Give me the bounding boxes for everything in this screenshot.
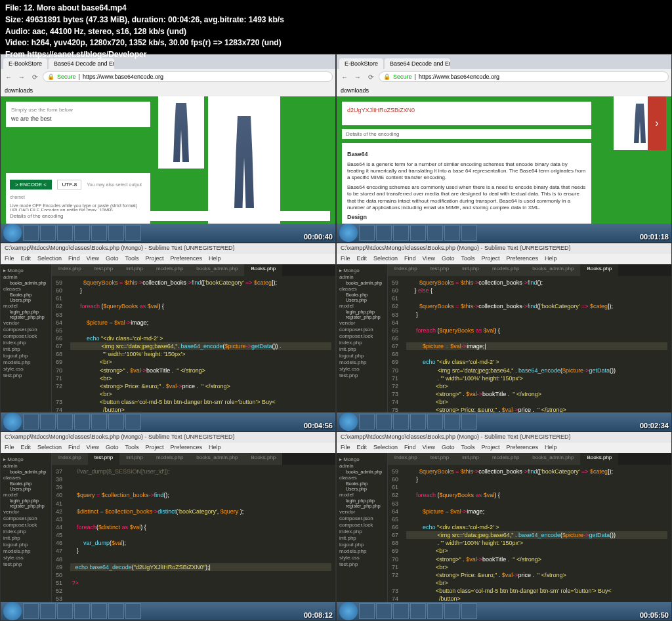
file-tree-item[interactable]: register_php.php: [339, 504, 385, 508]
file-tree-item[interactable]: Books.php: [3, 292, 49, 297]
file-tree-item[interactable]: composer.json: [339, 515, 385, 521]
menu-item[interactable]: View: [87, 444, 99, 452]
menu-item[interactable]: Project: [481, 444, 499, 452]
file-tree-item[interactable]: logout.php: [339, 353, 385, 359]
menu-item[interactable]: Project: [481, 255, 499, 263]
task-icon[interactable]: [108, 225, 124, 241]
menu-item[interactable]: Goto: [106, 444, 119, 452]
menu-item[interactable]: View: [87, 255, 99, 263]
file-tree-item[interactable]: init.php: [3, 346, 49, 352]
file-tree-item[interactable]: init.php: [339, 346, 385, 352]
editor-tab[interactable]: init.php: [119, 264, 150, 276]
task-icon[interactable]: [57, 225, 73, 241]
menu-item[interactable]: Find: [68, 444, 80, 452]
menu-item[interactable]: File: [5, 444, 14, 452]
menu-item[interactable]: Help: [209, 255, 221, 263]
menu-item[interactable]: Edit: [357, 255, 368, 263]
menu-item[interactable]: Preferences: [506, 444, 538, 452]
menu-item[interactable]: Tools: [125, 255, 138, 263]
menu-item[interactable]: Help: [209, 444, 221, 452]
menu-item[interactable]: Project: [145, 444, 163, 452]
editor-tab[interactable]: test.php: [424, 453, 455, 465]
url-input[interactable]: 🔒 Secure | https://www.base64encode.org: [43, 71, 333, 82]
charset-select[interactable]: UTF-8: [57, 180, 81, 190]
menu-item[interactable]: Goto: [442, 444, 455, 452]
file-tree-item[interactable]: classes: [3, 286, 49, 292]
menu-item[interactable]: Tools: [461, 255, 474, 263]
file-tree-item[interactable]: classes: [339, 475, 385, 481]
file-tree-item[interactable]: index.php: [3, 529, 49, 534]
file-tree-item[interactable]: models.php: [3, 359, 49, 365]
file-tree-item[interactable]: Users.php: [3, 487, 49, 491]
file-tree-item[interactable]: logout.php: [3, 353, 49, 359]
file-tree-item[interactable]: composer.json: [339, 327, 385, 332]
file-tree-item[interactable]: Books.php: [339, 292, 385, 297]
file-tree-item[interactable]: test.php: [339, 561, 385, 567]
file-tree-item[interactable]: register_php.php: [339, 315, 385, 319]
task-icon[interactable]: [23, 225, 39, 241]
editor-tab[interactable]: Books.php: [580, 264, 618, 276]
editor-tab[interactable]: Books.php: [580, 453, 618, 465]
menu-item[interactable]: Edit: [21, 444, 32, 452]
file-tree-item[interactable]: model: [3, 492, 49, 498]
file-tree-item[interactable]: classes: [3, 475, 49, 481]
file-tree-item[interactable]: register_php.php: [3, 504, 49, 508]
menu-item[interactable]: Selection: [37, 255, 62, 263]
menu-item[interactable]: Selection: [373, 444, 398, 452]
file-tree-item[interactable]: classes: [339, 286, 385, 292]
menu-item[interactable]: File: [341, 444, 350, 452]
file-tree[interactable]: ▸ Mongoadmin books_admin.phpclasses Book…: [337, 453, 388, 620]
url-input[interactable]: 🔒 Secure | https://www.base64encode.org: [379, 71, 669, 82]
file-tree-item[interactable]: composer.json: [3, 515, 49, 521]
menu-item[interactable]: Edit: [357, 444, 368, 452]
menu-bar[interactable]: FileEditSelectionFindViewGotoToolsProjec…: [1, 443, 335, 453]
file-tree-item[interactable]: vendor: [339, 509, 385, 515]
file-tree-item[interactable]: composer.json: [3, 327, 49, 332]
result-box[interactable]: d2UgYXJlIHRoZSBiZXN0: [342, 102, 591, 125]
file-tree-item[interactable]: composer.lock: [339, 522, 385, 528]
editor-tab[interactable]: test.php: [88, 453, 119, 465]
menu-item[interactable]: Help: [545, 444, 557, 452]
file-tree-item[interactable]: style.css: [3, 366, 49, 372]
menu-bar[interactable]: FileEditSelectionFindViewGotoToolsProjec…: [337, 443, 671, 453]
file-tree-item[interactable]: init.php: [3, 535, 49, 541]
file-tree-item[interactable]: Books.php: [339, 481, 385, 486]
menu-item[interactable]: Selection: [37, 444, 62, 452]
task-icon[interactable]: [91, 225, 107, 241]
file-tree-item[interactable]: test.php: [339, 372, 385, 378]
menu-item[interactable]: Preferences: [170, 444, 202, 452]
file-tree-item[interactable]: models.php: [339, 359, 385, 365]
editor-tab[interactable]: index.php: [388, 453, 424, 465]
code-editor[interactable]: $queryBooks = $this->collection_books->f…: [66, 276, 335, 431]
forward-icon[interactable]: →: [352, 71, 363, 82]
code-editor[interactable]: $queryBooks = $this->collection_books->f…: [402, 276, 671, 431]
file-tree-item[interactable]: books_admin.php: [3, 281, 49, 285]
menu-item[interactable]: View: [423, 255, 435, 263]
reload-icon[interactable]: ⟳: [366, 71, 376, 82]
menu-item[interactable]: File: [5, 255, 14, 263]
file-tree-item[interactable]: Users.php: [3, 298, 49, 302]
editor-tab[interactable]: models.php: [486, 264, 526, 276]
menu-item[interactable]: Goto: [106, 255, 119, 263]
reload-icon[interactable]: ⟳: [30, 71, 40, 82]
forward-icon[interactable]: →: [16, 71, 27, 82]
editor-tab[interactable]: index.php: [52, 453, 88, 465]
editor-tab[interactable]: init.php: [455, 453, 486, 465]
file-tree-item[interactable]: style.css: [339, 555, 385, 561]
file-tree-item[interactable]: composer.lock: [339, 333, 385, 339]
menu-item[interactable]: Find: [68, 255, 80, 263]
file-tree-item[interactable]: vendor: [339, 320, 385, 326]
menu-item[interactable]: View: [423, 444, 435, 452]
ad-next-icon[interactable]: ›: [648, 96, 666, 150]
file-tree-item[interactable]: style.css: [339, 366, 385, 372]
editor-tab[interactable]: books_admin.php: [190, 264, 244, 276]
menu-item[interactable]: Preferences: [506, 255, 538, 263]
editor-tab[interactable]: books_admin.php: [190, 453, 244, 465]
menu-item[interactable]: Help: [545, 255, 557, 263]
task-icon[interactable]: [125, 225, 141, 241]
taskbar[interactable]: [1, 224, 335, 242]
editor-tab[interactable]: init.php: [119, 453, 150, 465]
menu-item[interactable]: Edit: [21, 255, 32, 263]
editor-tab[interactable]: index.php: [52, 264, 88, 276]
code-editor[interactable]: $queryBooks = $this->collection_books->f…: [402, 465, 671, 620]
